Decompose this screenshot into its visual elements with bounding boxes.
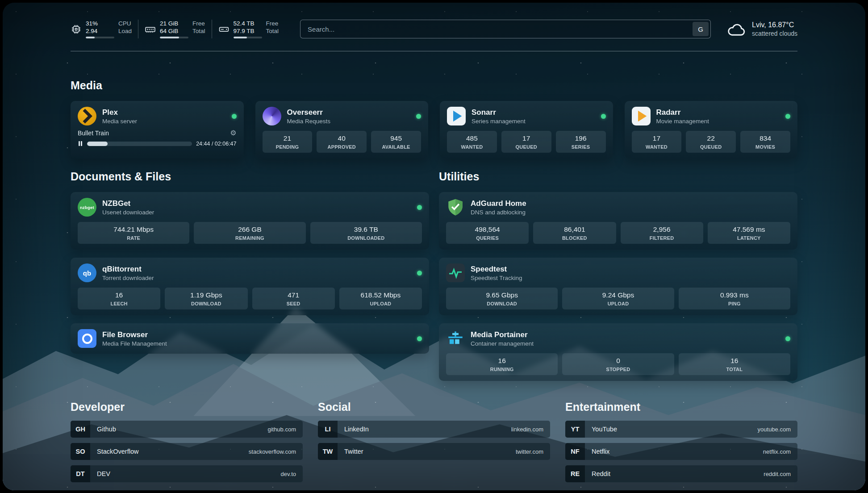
status-dot	[785, 114, 790, 119]
bookmark-twitter[interactable]: TW Twitter twitter.com	[318, 443, 550, 460]
service-card-portainer[interactable]: Media Portainer Container management 16 …	[439, 323, 797, 381]
service-card-filebrowser[interactable]: File Browser Media File Management	[71, 323, 429, 354]
stat-box: 21 PENDING	[263, 131, 313, 153]
qbittorrent-icon-text: qb	[83, 269, 91, 277]
service-card-overseerr[interactable]: Overseerr Media Requests 21 PENDING 40 A…	[255, 101, 429, 159]
memory-values: 21 GiB 64 GiB	[160, 20, 188, 38]
memory-labels: Free Total	[192, 20, 205, 38]
cpu-label-bottom: Load	[118, 27, 132, 35]
stat-box: 16 LEECH	[78, 288, 160, 309]
service-card-speedtest[interactable]: Speedtest Speedtest Tracking 9.65 Gbps D…	[439, 258, 797, 315]
section-title-entertainment: Entertainment	[565, 401, 797, 414]
section-title-documents: Documents & Files	[71, 170, 429, 183]
top-bar: 31% 2.94 CPU Load	[71, 3, 797, 38]
section-utilities: Utilities AdGuard Home DNS and	[439, 170, 797, 381]
service-name: NZBGet	[102, 199, 154, 208]
cpu-icon	[71, 24, 82, 35]
bookmark-name: Github	[97, 426, 116, 433]
disk-total: 97.9 TB	[234, 27, 262, 35]
bookmark-group-social: Social LI LinkedIn linkedin.com TW Twitt…	[318, 401, 550, 488]
stat-box: 744.21 Mbps RATE	[78, 222, 189, 244]
status-dot	[601, 114, 606, 119]
cpu-labels: CPU Load	[118, 20, 132, 38]
cloud-icon	[726, 21, 747, 37]
search-input[interactable]	[300, 20, 711, 38]
bookmark-name: LinkedIn	[344, 426, 369, 433]
bookmark-stackoverflow[interactable]: SO StackOverflow stackoverflow.com	[71, 443, 303, 460]
service-desc: Torrent downloader	[102, 274, 154, 282]
pause-button[interactable]	[78, 140, 83, 147]
weather-location: Lviv, 16.87°C	[752, 21, 797, 29]
memory-free: 21 GiB	[160, 20, 188, 27]
service-card-adguard-home[interactable]: AdGuard Home DNS and adblocking 498,564 …	[439, 192, 797, 250]
gear-icon[interactable]: ⚙	[230, 130, 236, 137]
cpu-label-top: CPU	[118, 20, 132, 27]
bookmark-youtube[interactable]: YT YouTube youtube.com	[565, 421, 797, 438]
playback-progress-bar[interactable]	[87, 142, 192, 146]
service-name: AdGuard Home	[471, 199, 526, 208]
stat-box: 40 APPROVED	[317, 131, 367, 153]
stat-box: 266 GB REMAINING	[194, 222, 305, 244]
status-dot	[417, 271, 422, 276]
section-title-developer: Developer	[71, 401, 303, 414]
stat-box: 17 WANTED	[632, 131, 682, 153]
service-name: Plex	[102, 108, 137, 117]
nzbget-icon-text: nzbget	[80, 205, 94, 210]
bookmark-abbr: YT	[565, 421, 585, 438]
status-dot	[416, 114, 421, 119]
bookmark-github[interactable]: GH Github github.com	[71, 421, 303, 438]
service-card-radarr[interactable]: Radarr Movie management 17 WANTED 22 QUE…	[625, 101, 798, 159]
stat-box: 618.52 Mbps UPLOAD	[339, 288, 422, 309]
stat-box: 9.24 Gbps UPLOAD	[562, 288, 674, 309]
bookmark-linkedin[interactable]: LI LinkedIn linkedin.com	[318, 421, 550, 438]
filebrowser-icon	[78, 329, 96, 348]
bookmark-name: DEV	[97, 470, 110, 477]
disk-label-bottom: Total	[266, 27, 279, 35]
weather-widget[interactable]: Lviv, 16.87°C scattered clouds	[726, 21, 797, 37]
weather-text: Lviv, 16.87°C scattered clouds	[752, 21, 797, 37]
stat-box: 22 QUEUED	[686, 131, 736, 153]
service-card-qbittorrent[interactable]: qb qBittorrent Torrent downloader 16 LEE…	[71, 258, 429, 315]
memory-progress-bar	[160, 37, 188, 38]
service-desc: Series management	[472, 117, 526, 125]
service-desc: Speedtest Tracking	[471, 274, 522, 282]
bookmark-url: stackoverflow.com	[249, 448, 296, 455]
top-divider	[71, 51, 797, 51]
bookmark-url: youtube.com	[758, 426, 791, 433]
service-desc: Movie management	[656, 117, 709, 125]
stat-box: 471 SEED	[252, 288, 335, 309]
bookmark-netflix[interactable]: NF Netflix netflix.com	[565, 443, 797, 460]
resource-widgets: 31% 2.94 CPU Load	[71, 20, 285, 38]
stat-box: 945 AVAILABLE	[371, 131, 421, 153]
service-desc: Media File Management	[102, 340, 167, 347]
adguard-icon	[446, 198, 465, 217]
stat-box: 16 RUNNING	[446, 353, 558, 375]
bookmark-url: netflix.com	[763, 448, 791, 455]
service-name: Speedtest	[471, 264, 522, 274]
search-provider-button[interactable]: G	[693, 22, 709, 36]
service-name: File Browser	[102, 330, 167, 339]
disk-progress-bar	[234, 37, 262, 38]
cpu-load: 2.94	[86, 27, 114, 35]
service-card-sonarr[interactable]: Sonarr Series management 485 WANTED 17 Q…	[440, 101, 613, 159]
bookmark-reddit[interactable]: RE Reddit reddit.com	[565, 465, 797, 482]
memory-icon	[145, 24, 156, 35]
memory-total: 64 GiB	[160, 27, 188, 35]
stat-box: 0.993 ms PING	[679, 288, 790, 309]
overseerr-icon	[263, 107, 281, 125]
status-dot	[232, 114, 237, 119]
service-name: qBittorrent	[102, 264, 154, 274]
bookmark-abbr: SO	[71, 443, 90, 460]
service-card-nzbget[interactable]: nzbget NZBGet Usenet downloader 744.21 M…	[71, 192, 429, 250]
stat-box: 2,956 FILTERED	[621, 222, 703, 244]
service-card-plex[interactable]: Plex Media server Bullet Train ⚙	[71, 101, 244, 159]
service-name: Overseerr	[287, 108, 331, 117]
status-dot	[417, 336, 422, 341]
stat-box: 17 QUEUED	[501, 131, 551, 153]
status-dot	[417, 205, 422, 210]
service-name: Media Portainer	[471, 330, 534, 339]
memory-widget: 21 GiB 64 GiB Free Total	[138, 20, 212, 38]
stat-box: 86,401 BLOCKED	[533, 222, 616, 244]
stat-box: 9.65 Gbps DOWNLOAD	[446, 288, 558, 309]
bookmark-dev[interactable]: DT DEV dev.to	[71, 465, 303, 482]
